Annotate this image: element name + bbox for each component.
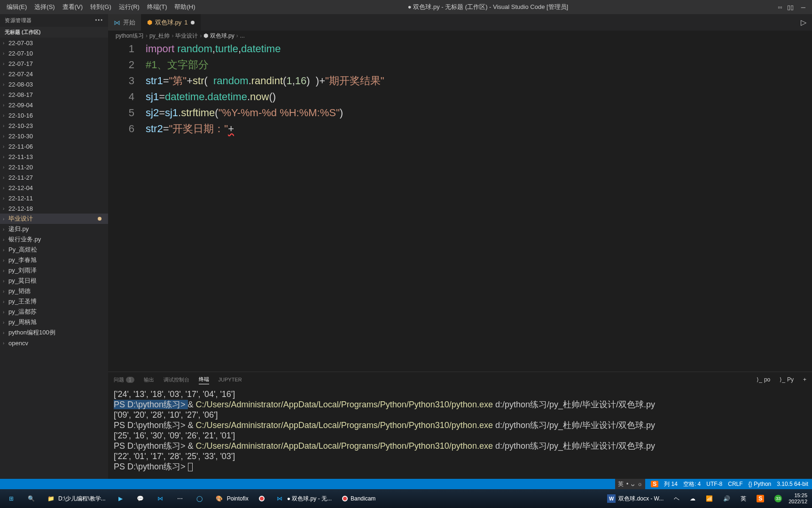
tree-item[interactable]: › opencv (0, 338, 108, 348)
tree-item[interactable]: › 银行业务.py (0, 234, 108, 245)
code-content[interactable]: import random,turtle,datetime#1、文字部分str1… (146, 41, 812, 372)
taskbar-clock[interactable]: 15:25 2022/12 (789, 492, 809, 505)
tree-folder[interactable]: › 22-12-11 (0, 193, 108, 203)
terminal-instance[interactable]: ⟩_ po (757, 376, 770, 383)
tree-folder[interactable]: › 22-11-13 (0, 151, 108, 162)
run-button[interactable]: ▷ (795, 14, 812, 31)
record-icon (259, 496, 265, 501)
search-button[interactable]: 🔍 (23, 491, 39, 506)
start-button[interactable]: ⊞ (3, 491, 20, 506)
tree-item[interactable]: › py_温都苏 (0, 307, 108, 317)
status-col[interactable]: 列 14 (664, 480, 678, 488)
layout-icon[interactable]: ▫▫ (778, 4, 782, 11)
tray-volume[interactable]: 🔊 (719, 491, 734, 506)
tab-suffix: 1 (184, 19, 187, 26)
sogou-icon[interactable]: S (651, 481, 658, 487)
tray-expand[interactable]: ヘ (670, 491, 683, 506)
taskbar-word[interactable]: W双色球.docx - W... (603, 491, 667, 506)
tree-item[interactable]: › py_王圣博 (0, 296, 108, 307)
tree-item[interactable]: › py_周柄旭 (0, 317, 108, 327)
taskbar-vscode-window[interactable]: ⋈● 双色球.py - 无... (271, 491, 336, 506)
minimize-icon[interactable]: ─ (798, 4, 808, 11)
tray-network[interactable]: 📶 (702, 491, 717, 506)
panel-tab[interactable]: 调试控制台 (164, 375, 189, 384)
crumb[interactable]: py_杜帅 (149, 32, 170, 40)
workspace-title[interactable]: 无标题 (工作区) (0, 27, 108, 38)
terminal-instance[interactable]: ⟩_ Py (780, 376, 794, 383)
tree-folder[interactable]: › 22-08-03 (0, 79, 108, 89)
tab-label: 双色球.py (155, 18, 181, 27)
taskbar-wechat[interactable]: 💬 (132, 491, 149, 506)
menu-help[interactable]: 帮助(H) (172, 2, 198, 12)
tab-label: 开始 (123, 18, 135, 27)
title-bar: 编辑(E) 选择(S) 查看(V) 转到(G) 运行(R) 终端(T) 帮助(H… (0, 0, 812, 14)
taskbar-vscode[interactable]: ⋈ (152, 491, 169, 506)
menu-view[interactable]: 查看(V) (60, 2, 86, 12)
taskbar-record[interactable] (255, 491, 268, 506)
tree-item[interactable]: › python编程100例 (0, 327, 108, 338)
code-editor[interactable]: 123456 import random,turtle,datetime#1、文… (108, 41, 812, 372)
crumb[interactable]: ... (240, 32, 245, 39)
taskbar-app[interactable]: ⋯ (172, 491, 188, 506)
crumb[interactable]: 毕业设计 (175, 32, 198, 40)
tree-item[interactable]: › Py_高煜松 (0, 245, 108, 255)
tab-file[interactable]: ⬢ 双色球.py 1 (141, 14, 201, 31)
main-area: ⋈ 开始 ⬢ 双色球.py 1 ▷ python练习› py_杜帅› 毕业设计›… (108, 14, 812, 508)
taskbar-explorer[interactable]: 📁D:\少儿编程\教学... (42, 491, 109, 506)
tray-sogou[interactable]: S (753, 491, 768, 506)
file-tree[interactable]: › 22-07-03› 22-07-10› 22-07-17› 22-07-24… (0, 38, 108, 485)
tree-folder[interactable]: › 22-09-04 (0, 100, 108, 110)
taskbar-browser[interactable]: ▶ (112, 491, 129, 506)
crumb[interactable]: python练习 (116, 32, 144, 40)
new-terminal-button[interactable]: + (803, 376, 806, 383)
status-encoding[interactable]: UTF-8 (706, 481, 722, 487)
crumb[interactable]: ⬢ 双色球.py (203, 32, 234, 40)
tree-folder[interactable]: › 22-12-04 (0, 183, 108, 193)
tree-item[interactable]: › py_李春旭 (0, 255, 108, 265)
tree-folder[interactable]: › 22-07-17 (0, 58, 108, 69)
tree-folder[interactable]: › 22-10-30 (0, 131, 108, 141)
status-python[interactable]: 3.10.5 64-bit (777, 481, 808, 487)
more-icon[interactable]: ••• (95, 17, 103, 24)
tree-folder[interactable]: › 22-11-20 (0, 162, 108, 172)
tree-folder[interactable]: › 22-07-24 (0, 69, 108, 79)
menu-select[interactable]: 选择(S) (31, 2, 57, 12)
menu-bar: 编辑(E) 选择(S) 查看(V) 转到(G) 运行(R) 终端(T) 帮助(H… (4, 2, 198, 12)
tree-folder[interactable]: › 22-11-06 (0, 141, 108, 151)
tray-ime[interactable]: 英 (737, 491, 750, 506)
line-gutter: 123456 (108, 41, 146, 372)
tree-item[interactable]: › 递归.py (0, 224, 108, 234)
tree-folder[interactable]: › 22-11-27 (0, 172, 108, 183)
taskbar-qq[interactable]: ◯ (191, 491, 208, 506)
tree-folder[interactable]: › 22-10-23 (0, 120, 108, 131)
menu-run[interactable]: 运行(R) (116, 2, 142, 12)
taskbar-bandicam[interactable]: Bandicam (338, 491, 379, 506)
tray-badge[interactable]: 33 (771, 491, 786, 506)
status-lang[interactable]: {} Python (749, 481, 772, 487)
tree-folder[interactable]: › 22-07-10 (0, 48, 108, 58)
panel-tab[interactable]: 终端 (199, 375, 209, 384)
tree-folder[interactable]: › 22-12-18 (0, 203, 108, 214)
tree-folder-active[interactable]: › 毕业设计 (0, 214, 108, 224)
tree-folder[interactable]: › 22-08-17 (0, 89, 108, 100)
menu-goto[interactable]: 转到(G) (87, 2, 114, 12)
taskbar-pointofix[interactable]: 🎨Pointofix (211, 491, 252, 506)
tree-item[interactable]: › py_韬德 (0, 286, 108, 296)
menu-edit[interactable]: 编辑(E) (4, 2, 30, 12)
ime-indicator[interactable]: 英 • ᴗ ☼ (615, 479, 645, 489)
tree-folder[interactable]: › 22-10-16 (0, 110, 108, 120)
layout-icon[interactable]: ▯▯ (787, 4, 794, 11)
panel-tab[interactable]: 输出 (144, 375, 154, 384)
panel-tab[interactable]: JUPYTER (219, 376, 242, 383)
panel-tab[interactable]: 问题1 (114, 375, 134, 384)
menu-terminal[interactable]: 终端(T) (144, 2, 170, 12)
tree-item[interactable]: › py_莫日根 (0, 276, 108, 286)
breadcrumb[interactable]: python练习› py_杜帅› 毕业设计› ⬢ 双色球.py› ... (108, 31, 812, 41)
tree-item[interactable]: › py_刘雨泽 (0, 265, 108, 276)
status-eol[interactable]: CRLF (728, 481, 742, 487)
tab-welcome[interactable]: ⋈ 开始 (108, 14, 141, 31)
tray-weather[interactable]: ☁ (686, 491, 699, 506)
status-spaces[interactable]: 空格: 4 (683, 480, 701, 488)
tree-folder[interactable]: › 22-07-03 (0, 38, 108, 48)
panel-tabs: 问题1输出调试控制台终端JUPYTER⟩_ po⟩_ Py+ (108, 372, 812, 387)
